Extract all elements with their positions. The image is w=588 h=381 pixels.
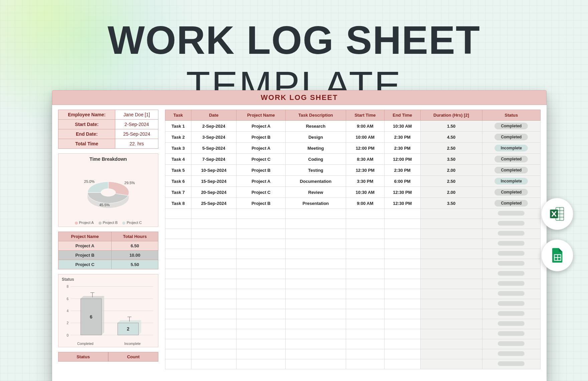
table-row-empty bbox=[165, 249, 541, 259]
cell-date: 5-Sep-2024 bbox=[191, 143, 237, 154]
table-row: Task 6 15-Sep-2024 Project A Documentati… bbox=[165, 176, 541, 187]
proj-hours: 5.50 bbox=[112, 260, 158, 269]
ytick: 8 bbox=[67, 285, 69, 289]
table-row-empty bbox=[165, 279, 541, 289]
cell-date: 10-Sep-2024 bbox=[191, 165, 237, 176]
bar-xlabels: CompletedIncomplete bbox=[62, 342, 156, 346]
status-pill: Completed bbox=[494, 156, 528, 162]
cell-status: Completed bbox=[482, 132, 540, 143]
cell-status: Completed bbox=[482, 154, 540, 165]
table-row: Task 5 10-Sep-2024 Project B Testing 12:… bbox=[165, 165, 541, 176]
title-bold: WORK LOG SHEET bbox=[108, 18, 480, 62]
sheets-icon-button[interactable] bbox=[541, 239, 573, 271]
status-pill-empty bbox=[498, 291, 525, 296]
status-pill-empty bbox=[498, 221, 525, 226]
table-row-empty bbox=[165, 259, 541, 269]
pie-label: 29.5% bbox=[124, 181, 135, 185]
table-row: Task 2 3-Sep-2024 Project B Design 10:00… bbox=[165, 132, 541, 143]
cell-start: 8:30 AM bbox=[346, 154, 385, 165]
cell-task: Task 4 bbox=[165, 154, 191, 165]
info-table: Employee Name:Jane Doe [1]Start Date:2-S… bbox=[58, 110, 158, 149]
status-pill-empty bbox=[498, 331, 525, 336]
log-header: Task bbox=[165, 110, 191, 121]
info-label: Start Date: bbox=[58, 120, 115, 129]
info-label: Total Time bbox=[58, 139, 115, 149]
cell-desc: Documentation bbox=[286, 176, 346, 187]
table-row-empty bbox=[165, 319, 541, 329]
table-row-empty bbox=[165, 359, 541, 369]
cell-status: Incomplete bbox=[482, 143, 540, 154]
info-value: Jane Doe [1] bbox=[115, 110, 158, 120]
proj-name: Project A bbox=[58, 241, 112, 251]
bar-xlabel: Incomplete bbox=[124, 342, 141, 346]
cell-end: 10:30 AM bbox=[385, 121, 421, 132]
svg-marker-6 bbox=[102, 296, 104, 335]
cell-end: 12:30 PM bbox=[385, 187, 421, 198]
google-sheets-icon bbox=[549, 247, 566, 264]
status-pill-empty bbox=[498, 351, 525, 356]
bar-value: 2 bbox=[127, 326, 129, 332]
status-pill: Completed bbox=[494, 167, 528, 173]
excel-icon-button[interactable] bbox=[541, 198, 573, 230]
status-pill: Incomplete bbox=[494, 145, 528, 151]
cell-start: 12:00 PM bbox=[346, 143, 385, 154]
status-count-col-count: Count bbox=[108, 352, 158, 362]
cell-status: Incomplete bbox=[482, 176, 540, 187]
proj-name: Project B bbox=[58, 251, 112, 260]
cell-desc: Testing bbox=[286, 165, 346, 176]
work-log-table: TaskDateProject NameTask DescriptionStar… bbox=[165, 110, 541, 369]
cell-desc: Meeting bbox=[286, 143, 346, 154]
table-row-empty bbox=[165, 299, 541, 309]
cell-desc: Coding bbox=[286, 154, 346, 165]
cell-date: 20-Sep-2024 bbox=[191, 187, 237, 198]
proj-hours: 10.00 bbox=[112, 251, 158, 260]
status-pill-empty bbox=[498, 231, 525, 236]
cell-task: Task 1 bbox=[165, 121, 191, 132]
cell-duration: 3.50 bbox=[420, 154, 482, 165]
cell-duration: 2.50 bbox=[420, 143, 482, 154]
info-label: Employee Name: bbox=[58, 110, 115, 120]
cell-duration: 2.00 bbox=[420, 165, 482, 176]
pie-chart-svg: 29.5%45.5%25.0% bbox=[73, 163, 143, 219]
status-pill-empty bbox=[498, 361, 525, 366]
pie-legend: Project AProject BProject C bbox=[60, 221, 156, 225]
app-icon-column bbox=[541, 198, 573, 271]
log-header: Date bbox=[191, 110, 237, 121]
bar-value: 6 bbox=[90, 314, 93, 320]
cell-date: 2-Sep-2024 bbox=[191, 121, 237, 132]
table-row-empty bbox=[165, 349, 541, 359]
proj-hours: 6.50 bbox=[112, 241, 158, 251]
ytick: 6 bbox=[67, 297, 69, 301]
table-row-empty bbox=[165, 229, 541, 239]
cell-project: Project A bbox=[237, 176, 286, 187]
bar-chart-svg: 0246862 bbox=[62, 283, 156, 340]
info-value: 25-Sep-2024 bbox=[115, 129, 158, 139]
table-row-empty bbox=[165, 209, 541, 219]
cell-project: Project A bbox=[237, 121, 286, 132]
status-pill-empty bbox=[498, 321, 525, 326]
status-pill-empty bbox=[498, 211, 525, 216]
left-column: Employee Name:Jane Doe [1]Start Date:2-S… bbox=[58, 110, 158, 381]
cell-end: 6:00 PM bbox=[385, 176, 421, 187]
info-label: End Date: bbox=[58, 129, 115, 139]
cell-desc: Review bbox=[286, 187, 346, 198]
cell-status: Completed bbox=[482, 121, 540, 132]
table-row-empty bbox=[165, 329, 541, 339]
cell-task: Task 7 bbox=[165, 187, 191, 198]
status-pill: Completed bbox=[494, 189, 528, 196]
cell-desc: Design bbox=[286, 132, 346, 143]
table-row: Task 3 5-Sep-2024 Project A Meeting 12:0… bbox=[165, 143, 541, 154]
table-row: Task 8 25-Sep-2024 Project B Presentatio… bbox=[165, 198, 541, 209]
spreadsheet-preview: WORK LOG SHEET Employee Name:Jane Doe [1… bbox=[52, 90, 547, 381]
cell-project: Project B bbox=[237, 198, 286, 209]
ytick: 0 bbox=[67, 334, 69, 337]
table-row-empty bbox=[165, 289, 541, 299]
cell-end: 2:30 PM bbox=[385, 132, 421, 143]
cell-duration: 1.50 bbox=[420, 121, 482, 132]
status-pill-empty bbox=[498, 241, 525, 246]
cell-start: 12:30 PM bbox=[346, 165, 385, 176]
cell-status: Completed bbox=[482, 187, 540, 198]
status-pill-empty bbox=[498, 251, 525, 256]
cell-end: 12:00 PM bbox=[385, 154, 421, 165]
status-pill-empty bbox=[498, 301, 525, 306]
